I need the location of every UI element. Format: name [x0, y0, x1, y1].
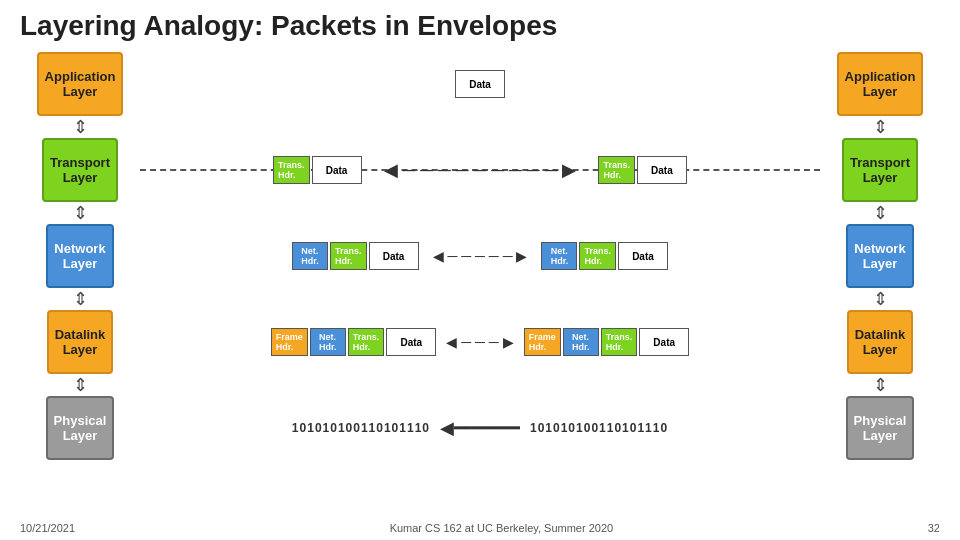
right-arrow-2: ⇕ — [873, 202, 888, 224]
net-trans-hdr-right: Trans.Hdr. — [579, 242, 616, 270]
app-packet-wrapper: Data — [140, 70, 820, 98]
network-packet-wrapper: Net.Hdr. Trans.Hdr. Data ◀ ─ ─ ─ ─ ─ ▶ N… — [140, 242, 820, 270]
right-labels: ApplicationLayer ⇕ TransportLayer ⇕ Netw… — [820, 52, 940, 460]
transport-arrow: ◀ ─ ─ ─ ─ ─ ─ ─ ─ ─ ▶ — [384, 159, 577, 181]
left-labels: ApplicationLayer ⇕ TransportLayer ⇕ Netw… — [20, 52, 140, 460]
datalink-packet-wrapper: FrameHdr. Net.Hdr. Trans.Hdr. Data ◀ ─ ─… — [140, 328, 820, 356]
left-arrow-1: ⇕ — [73, 116, 88, 138]
datalink-arrow: ◀ ─ ─ ─ ▶ — [446, 334, 513, 350]
right-app-label: ApplicationLayer — [837, 52, 924, 116]
left-datalink-layer: DatalinkLayer — [20, 310, 140, 374]
transport-packet-wrapper: Trans.Hdr. Data ◀ ─ ─ ─ ─ ─ ─ ─ ─ ─ ▶ Tr… — [140, 156, 820, 184]
footer-credit: Kumar CS 162 at UC Berkeley, Summer 2020 — [390, 522, 614, 534]
net-data-left: Data — [369, 242, 419, 270]
net-trans-hdr-left: Trans.Hdr. — [330, 242, 367, 270]
left-physical-label: PhysicalLayer — [46, 396, 115, 460]
left-app-layer: ApplicationLayer — [20, 52, 140, 116]
right-datalink-label: DatalinkLayer — [847, 310, 914, 374]
footer-date: 10/21/2021 — [20, 522, 75, 534]
right-app-layer: ApplicationLayer — [820, 52, 940, 116]
trans-hdr-box-left: Trans.Hdr. — [273, 156, 310, 184]
net-data-right: Data — [618, 242, 668, 270]
center-row-network: Net.Hdr. Trans.Hdr. Data ◀ ─ ─ ─ ─ ─ ▶ N… — [140, 224, 820, 288]
trans-data-box: Data — [312, 156, 362, 184]
dl-trans-hdr-left: Trans.Hdr. — [348, 328, 385, 356]
footer: 10/21/2021 Kumar CS 162 at UC Berkeley, … — [0, 522, 960, 534]
right-physical-layer: PhysicalLayer — [820, 396, 940, 460]
right-physical-label: PhysicalLayer — [846, 396, 915, 460]
dl-data-left: Data — [386, 328, 436, 356]
app-packet: Data — [455, 70, 505, 98]
network-packet: Net.Hdr. Trans.Hdr. Data ◀ ─ ─ ─ ─ ─ ▶ N… — [292, 242, 668, 270]
dl-net-hdr-left: Net.Hdr. — [310, 328, 346, 356]
dl-data-right: Data — [639, 328, 689, 356]
right-arrow-4: ⇕ — [873, 374, 888, 396]
right-datalink-layer: DatalinkLayer — [820, 310, 940, 374]
left-network-layer: NetworkLayer — [20, 224, 140, 288]
page-title: Layering Analogy: Packets in Envelopes — [20, 10, 940, 42]
physical-bits-container: 101010100110101110 ◀━━━━━━ 1010101001101… — [292, 417, 668, 439]
main-grid: ApplicationLayer ⇕ TransportLayer ⇕ Netw… — [20, 52, 940, 460]
center-row-transport: Trans.Hdr. Data ◀ ─ ─ ─ ─ ─ ─ ─ ─ ─ ▶ Tr… — [140, 138, 820, 202]
bits-right: 101010100110101110 — [530, 421, 668, 435]
page: Layering Analogy: Packets in Envelopes A… — [0, 0, 960, 540]
center-row-physical: 101010100110101110 ◀━━━━━━ 1010101001101… — [140, 396, 820, 460]
bits-left: 101010100110101110 — [292, 421, 430, 435]
center-col: Data Trans.Hdr. Data ◀ ─ ─ ─ ─ ─ ─ ─ ─ ─… — [140, 52, 820, 460]
right-transport-layer: TransportLayer — [820, 138, 940, 202]
net-hdr-box-right: Net.Hdr. — [541, 242, 577, 270]
right-network-label: NetworkLayer — [846, 224, 913, 288]
physical-packet-wrapper: 101010100110101110 ◀━━━━━━ 1010101001101… — [140, 417, 820, 439]
frame-hdr-left: FrameHdr. — [271, 328, 308, 356]
right-arrow-3: ⇕ — [873, 288, 888, 310]
physical-arrow: ◀━━━━━━ — [440, 417, 520, 439]
left-app-label: ApplicationLayer — [37, 52, 124, 116]
right-arrow-1: ⇕ — [873, 116, 888, 138]
dl-net-hdr-right: Net.Hdr. — [563, 328, 599, 356]
network-arrow: ◀ ─ ─ ─ ─ ─ ▶ — [433, 248, 528, 264]
transport-packet: Trans.Hdr. Data ◀ ─ ─ ─ ─ ─ ─ ─ ─ ─ ▶ Tr… — [273, 156, 687, 184]
net-hdr-box-left: Net.Hdr. — [292, 242, 328, 270]
center-row-app: Data — [140, 52, 820, 116]
left-network-label: NetworkLayer — [46, 224, 113, 288]
right-transport-label: TransportLayer — [842, 138, 918, 202]
left-datalink-label: DatalinkLayer — [47, 310, 114, 374]
frame-hdr-right: FrameHdr. — [524, 328, 561, 356]
trans-data-box-right: Data — [637, 156, 687, 184]
left-transport-label: TransportLayer — [42, 138, 118, 202]
datalink-packet: FrameHdr. Net.Hdr. Trans.Hdr. Data ◀ ─ ─… — [271, 328, 689, 356]
left-arrow-3: ⇕ — [73, 288, 88, 310]
left-arrow-2: ⇕ — [73, 202, 88, 224]
app-data-box: Data — [455, 70, 505, 98]
dl-trans-hdr-right: Trans.Hdr. — [601, 328, 638, 356]
center-row-datalink: FrameHdr. Net.Hdr. Trans.Hdr. Data ◀ ─ ─… — [140, 310, 820, 374]
left-physical-layer: PhysicalLayer — [20, 396, 140, 460]
trans-hdr-box-right: Trans.Hdr. — [598, 156, 635, 184]
left-transport-layer: TransportLayer — [20, 138, 140, 202]
left-arrow-4: ⇕ — [73, 374, 88, 396]
right-network-layer: NetworkLayer — [820, 224, 940, 288]
footer-page: 32 — [928, 522, 940, 534]
